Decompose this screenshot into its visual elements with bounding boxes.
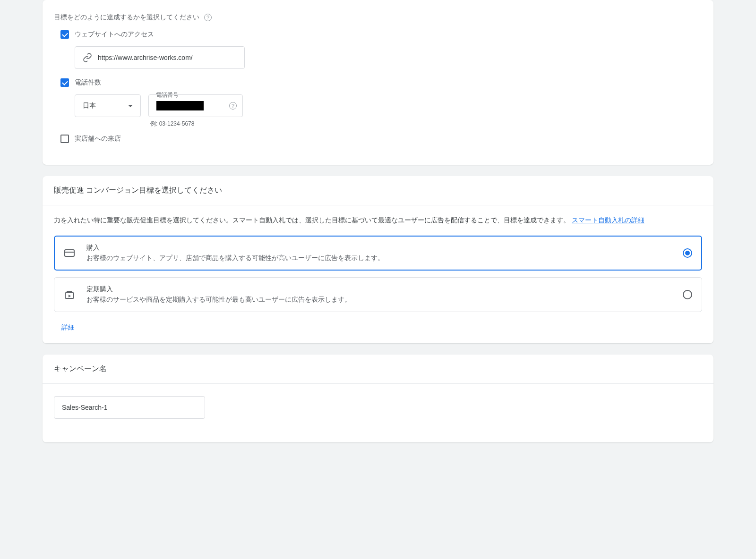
phone-calls-checkbox[interactable] — [60, 78, 69, 87]
svg-rect-0 — [65, 250, 74, 256]
store-visits-row: 実店舗への来店 — [60, 135, 702, 143]
phone-example-text: 例: 03-1234-5678 — [150, 120, 243, 128]
conversion-card-header: 販売促進 コンバージョン目標を選択してください — [43, 176, 713, 205]
campaign-card-header: キャンペーン名 — [43, 355, 713, 384]
goal-option-desc: お客様のウェブサイト、アプリ、店舗で商品を購入する可能性が高いユーザーに広告を表… — [86, 254, 671, 263]
goal-methods-title-row: 目標をどのように達成するかを選択してください ? — [54, 13, 702, 22]
campaign-name-card: キャンペーン名 — [43, 355, 713, 442]
goal-methods-card: 目標をどのように達成するかを選択してください ? ウェブサイトへのアクセス ht… — [43, 0, 713, 165]
phone-calls-label: 電話件数 — [75, 78, 101, 87]
goal-option-desc: お客様のサービスや商品を定期購入する可能性が最も高いユーザーに広告を表示します。 — [86, 296, 671, 304]
conversion-description: 力を入れたい特に重要な販売促進目標を選択してください。スマート自動入札では、選択… — [54, 215, 702, 226]
country-select-value: 日本 — [83, 102, 96, 110]
svg-marker-3 — [69, 295, 71, 297]
phone-field-wrap: 電話番号 ? 例: 03-1234-5678 — [148, 94, 243, 128]
phone-redacted-value — [156, 101, 204, 110]
subscription-icon — [64, 289, 75, 300]
store-visits-label: 実店舗への来店 — [75, 135, 121, 143]
website-access-label: ウェブサイトへのアクセス — [75, 30, 154, 39]
store-visits-checkbox[interactable] — [60, 135, 69, 143]
website-access-checkbox[interactable] — [60, 30, 69, 39]
website-url-input[interactable]: https://www.archrise-works.com/ — [75, 46, 245, 69]
help-icon[interactable]: ? — [229, 102, 237, 110]
country-select[interactable]: 日本 — [75, 94, 141, 117]
conversion-goals-card: 販売促進 コンバージョン目標を選択してください 力を入れたい特に重要な販売促進目… — [43, 176, 713, 343]
goal-option-title: 購入 — [86, 244, 671, 252]
goal-option-title: 定期購入 — [86, 285, 671, 294]
goal-option-purchase[interactable]: 購入 お客様のウェブサイト、アプリ、店舗で商品を購入する可能性が高いユーザーに広… — [54, 236, 702, 271]
goal-option-text: 定期購入 お客様のサービスや商品を定期購入する可能性が最も高いユーザーに広告を表… — [86, 285, 671, 304]
website-access-row: ウェブサイトへのアクセス — [60, 30, 702, 39]
campaign-name-input[interactable] — [54, 396, 205, 419]
smart-bidding-link[interactable]: スマート自動入札の詳細 — [572, 216, 644, 224]
website-url-value: https://www.archrise-works.com/ — [98, 54, 193, 61]
phone-calls-row: 電話件数 — [60, 78, 702, 87]
goal-methods-title: 目標をどのように達成するかを選択してください — [54, 13, 199, 22]
link-icon — [83, 53, 92, 62]
goal-option-subscription[interactable]: 定期購入 お客様のサービスや商品を定期購入する可能性が最も高いユーザーに広告を表… — [54, 277, 702, 312]
help-icon[interactable]: ? — [204, 14, 212, 21]
conversion-description-text: 力を入れたい特に重要な販売促進目標を選択してください。スマート自動入札では、選択… — [54, 216, 572, 224]
credit-card-icon — [64, 247, 75, 259]
goal-option-radio[interactable] — [683, 290, 692, 299]
details-link[interactable]: 詳細 — [61, 323, 75, 332]
chevron-down-icon — [128, 105, 133, 107]
phone-number-input[interactable]: ? — [148, 94, 243, 117]
goal-option-text: 購入 お客様のウェブサイト、アプリ、店舗で商品を購入する可能性が高いユーザーに広… — [86, 244, 671, 263]
goal-option-radio[interactable] — [683, 248, 692, 258]
